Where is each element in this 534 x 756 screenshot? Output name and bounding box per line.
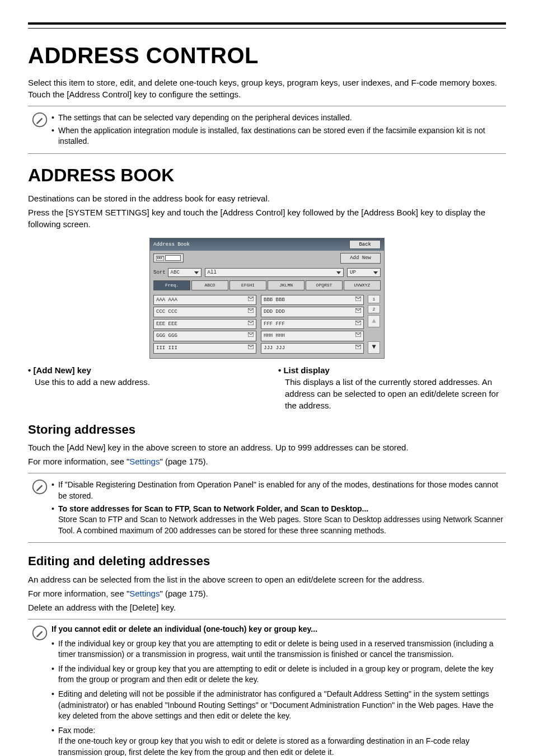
storing-p1: Touch the [Add New] key in the above scr… — [28, 442, 506, 453]
list-item[interactable]: JJJ JJJ — [261, 343, 364, 354]
note-box-1: The settings that can be selected vary d… — [28, 106, 506, 154]
up-select[interactable]: UP — [347, 268, 381, 278]
pencil-icon — [28, 111, 51, 128]
list-item[interactable]: III III — [153, 343, 256, 354]
mail-icon — [248, 332, 254, 340]
note3-item1: If the individual key or group key that … — [51, 638, 506, 660]
svg-rect-4 — [161, 257, 162, 259]
list-item[interactable]: GGG GGG — [153, 331, 256, 341]
storing-p2: For more information, see "Settings" (pa… — [28, 456, 506, 467]
note-box-2: If "Disable Registering Destination from… — [28, 473, 506, 543]
addressbook-p2: Press the [SYSTEM SETTINGS] key and touc… — [28, 206, 506, 230]
note3-item4: Fax mode: If the one-touch key or group … — [51, 725, 506, 756]
note1-item2: When the application integration module … — [51, 125, 506, 147]
list-item[interactable]: BBB BBB — [261, 295, 364, 306]
filter-select[interactable]: All — [205, 268, 344, 278]
list-item[interactable]: FFF FFF — [261, 319, 364, 330]
note1-item1: The settings that can be selected vary d… — [51, 112, 506, 124]
page-indicator-1: 1 — [368, 295, 380, 303]
tab-jklmn[interactable]: JKLMN — [268, 280, 305, 290]
scroll-up-button[interactable]: ▲ — [368, 315, 380, 327]
mail-icon — [355, 321, 361, 328]
page-title: ADDRESS CONTROL — [28, 40, 506, 71]
note3-heading: If you cannot edit or delete an individu… — [51, 624, 506, 635]
note2-item1: If "Disable Registering Destination from… — [51, 480, 506, 501]
sort-select[interactable]: ABC — [168, 268, 202, 278]
note3-item2: If the individual key or group key that … — [51, 664, 506, 685]
keyboard-icon[interactable] — [153, 253, 184, 262]
mail-icon — [355, 332, 361, 340]
list-item[interactable]: EEE EEE — [153, 319, 256, 330]
list-item[interactable]: AAA AAA — [153, 295, 256, 306]
tab-freq[interactable]: Freq. — [153, 280, 190, 290]
editing-p3: Delete an address with the [Delete] key. — [28, 602, 506, 613]
mail-icon — [248, 345, 254, 352]
scroll-down-button[interactable]: ▼ — [368, 341, 380, 354]
note2-item2: To store addresses for Scan to FTP, Scan… — [51, 504, 506, 537]
page-indicator-2: 2 — [368, 305, 380, 313]
intro-text: Select this item to store, edit, and del… — [28, 77, 506, 100]
list-item[interactable]: CCC CCC — [153, 307, 256, 317]
sort-label: Sort — [153, 269, 166, 276]
back-button[interactable]: Back — [349, 240, 381, 250]
settings-link-2[interactable]: Settings — [129, 589, 160, 598]
mail-icon — [248, 308, 254, 316]
settings-link-1[interactable]: Settings — [129, 457, 160, 466]
pencil-icon — [28, 478, 51, 495]
mock-title: Address Book — [153, 241, 190, 248]
svg-rect-3 — [159, 257, 160, 259]
pencil-icon — [28, 624, 51, 641]
list-item[interactable]: HHH HHH — [261, 331, 364, 341]
tab-abcd[interactable]: ABCD — [191, 280, 228, 290]
def-addnew-body: Use this to add a new address. — [28, 376, 256, 388]
mail-icon — [248, 321, 254, 328]
def-addnew-title: • [Add New] key — [28, 364, 256, 376]
note3-item3: Editing and deleting will not be possibl… — [51, 689, 506, 722]
tab-opqrst[interactable]: OPQRST — [306, 280, 343, 290]
def-list-body: This displays a list of the currently st… — [278, 376, 506, 411]
editing-p1: An address can be selected from the list… — [28, 574, 506, 585]
tab-efghi[interactable]: EFGHI — [229, 280, 266, 290]
mail-icon — [355, 345, 361, 352]
editing-title: Editing and deleting addresses — [28, 553, 506, 570]
def-list-title: • List display — [278, 364, 506, 376]
addressbook-p1: Destinations can be stored in the addres… — [28, 192, 506, 204]
address-book-screenshot: Address Book Back Add New Sort ABC All U… — [149, 238, 385, 359]
mail-icon — [355, 297, 361, 304]
mail-icon — [355, 308, 361, 316]
section-title: ADDRESS BOOK — [28, 163, 506, 188]
rule-thick — [28, 22, 506, 25]
add-new-button[interactable]: Add New — [340, 253, 381, 264]
list-item[interactable]: DDD DDD — [261, 307, 364, 317]
tab-uvwxyz[interactable]: UVWXYZ — [344, 280, 381, 290]
svg-rect-2 — [157, 257, 158, 259]
storing-title: Storing addresses — [28, 421, 506, 439]
mail-icon — [248, 297, 254, 304]
editing-p2: For more information, see "Settings" (pa… — [28, 588, 506, 599]
rule-thin — [28, 28, 506, 29]
note-box-3: If you cannot edit or delete an individu… — [28, 619, 506, 756]
